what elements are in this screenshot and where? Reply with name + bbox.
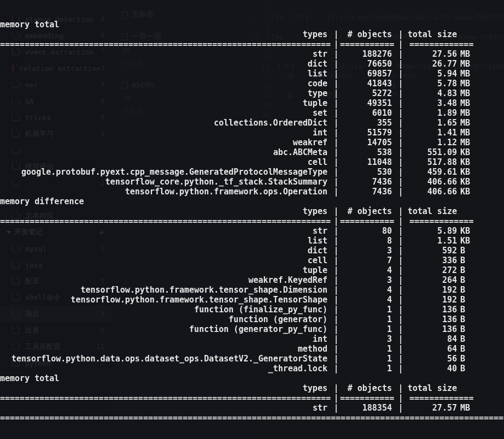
mem-table-row: str |188276 |27.56MB — [0, 49, 504, 59]
mem-table-row: function (generator) |1 |136B — [0, 315, 504, 324]
mem-table-row: str |80 |5.89KB — [0, 226, 504, 236]
mem-table-row: _thread.lock |1 |40B — [0, 364, 504, 373]
mem-table-row: tensorflow.python.framework.tensor_shape… — [0, 295, 504, 305]
mem-table-row: function (generator_py_func) |1 |136B — [0, 324, 504, 334]
mem-table-row: str |188354 |27.57MB — [0, 403, 504, 413]
mem-table-header: types |# objects |total size — [0, 206, 504, 216]
mem-table-row: function (finalize_py_func) |1 |136B — [0, 305, 504, 315]
mem-table-row: type |5272 |4.83MB — [0, 88, 504, 98]
mem-table-row: set |6010 |1.89MB — [0, 108, 504, 118]
mem-table-sep: ========================================… — [0, 39, 504, 49]
mem-table-row: cell |7 |336B — [0, 256, 504, 265]
terminal-line: memory total — [0, 20, 504, 29]
mem-table-row: tuple |4 |272B — [0, 265, 504, 275]
mem-table-sep: ========================================… — [0, 216, 504, 226]
mem-table-row: tensorflow.python.framework.tensor_shape… — [0, 285, 504, 295]
mem-table-row: list |8 |1.51KB — [0, 236, 504, 246]
mem-table-row: tuple |49351 |3.48MB — [0, 98, 504, 108]
mem-table-row: tensorflow.python.framework.ops.Operatio… — [0, 187, 504, 197]
mem-table-row: cell |11048 |517.88KB — [0, 157, 504, 167]
mem-table-row: int |51579 |1.41MB — [0, 128, 504, 138]
mem-table-row: tensorflow_core.python._tf_stack.StackSu… — [0, 177, 504, 187]
mem-table-row: weakref |14705 |1.12MB — [0, 138, 504, 147]
mem-table-header: types |# objects |total size — [0, 383, 504, 393]
mem-table-row: method |1 |64B — [0, 344, 504, 354]
mem-table-row: collections.OrderedDict |355 |1.65MB — [0, 118, 504, 128]
mem-table-row: dict |76650 |26.77MB — [0, 59, 504, 69]
mem-table-sep: ========================================… — [0, 393, 504, 403]
mem-table-header: types |# objects |total size — [0, 29, 504, 39]
terminal-output[interactable]: memory totaltypes |# objects |total size… — [0, 0, 504, 439]
mem-table-row: weakref.KeyedRef |3 |264B — [0, 275, 504, 285]
terminal-line: memory difference — [0, 197, 504, 206]
mem-table-row: google.protobuf.pyext.cpp_message.Genera… — [0, 167, 504, 177]
mem-table-row: list |69857 |5.94MB — [0, 69, 504, 79]
mem-table-row: dict |3 |592B — [0, 246, 504, 256]
terminal-line: memory total — [0, 373, 504, 383]
terminal-line: ========================================… — [0, 413, 504, 423]
mem-table-row: abc.ABCMeta |538 |551.09KB — [0, 147, 504, 157]
mem-table-row: code |41843 |5.78MB — [0, 79, 504, 88]
mem-table-row: int |3 |84B — [0, 334, 504, 344]
mem-table-row: tensorflow.python.data.ops.dataset_ops.D… — [0, 354, 504, 364]
